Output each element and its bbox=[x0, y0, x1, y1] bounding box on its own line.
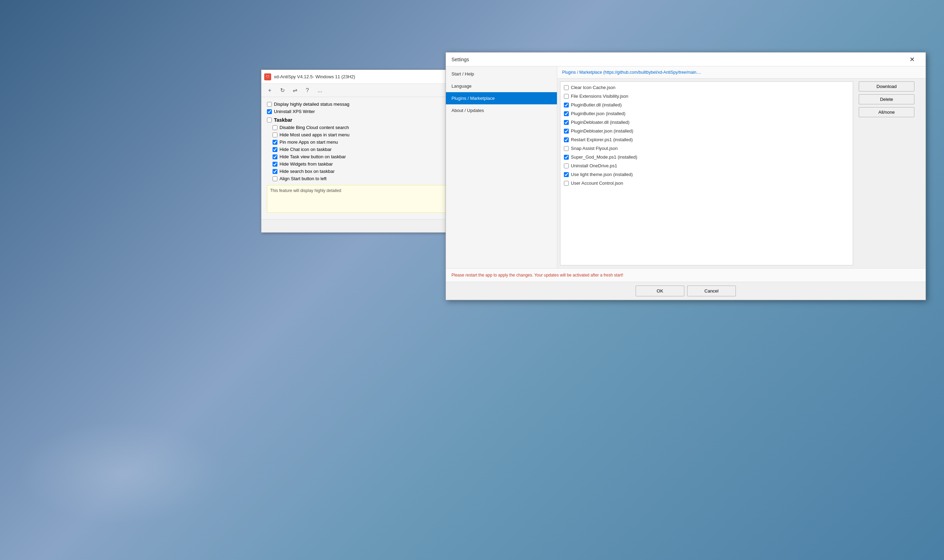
taskbar-section-label: Taskbar bbox=[274, 117, 292, 123]
plugin-checkbox-8[interactable] bbox=[564, 155, 569, 160]
plugin-item-5: PluginDebloater.json (installed) bbox=[560, 127, 853, 135]
footer-text: Please restart the app to apply the chan… bbox=[452, 273, 623, 278]
item-checkbox-4[interactable] bbox=[273, 132, 278, 137]
plugin-checkbox-9[interactable] bbox=[564, 163, 569, 168]
plugin-item-9: Uninstall OneDrive.ps1 bbox=[560, 162, 853, 170]
help-button[interactable]: ? bbox=[302, 86, 313, 95]
item-checkbox-10[interactable] bbox=[273, 176, 278, 181]
plugin-label-9: Uninstall OneDrive.ps1 bbox=[571, 163, 617, 168]
item-checkbox-0[interactable] bbox=[267, 102, 272, 107]
modal-title: Settings bbox=[452, 57, 904, 62]
item-checkbox-8[interactable] bbox=[273, 162, 278, 167]
plugin-label-5: PluginDebloater.json (installed) bbox=[571, 128, 633, 134]
modal-main: Plugins / Marketplace (https://github.co… bbox=[557, 66, 925, 268]
download-button[interactable]: Download bbox=[859, 82, 915, 91]
plugin-label-10: Use light theme.json (installed) bbox=[571, 172, 633, 177]
plugin-checkbox-10[interactable] bbox=[564, 172, 569, 177]
cancel-button[interactable]: Cancel bbox=[687, 286, 736, 296]
plugin-item-6: Restart Explorer.ps1 (installed) bbox=[560, 135, 853, 144]
plugin-item-8: Super_God_Mode.ps1 (installed) bbox=[560, 153, 853, 162]
item-checkbox-7[interactable] bbox=[273, 154, 278, 159]
item-label-0: Display highly detailed status messag bbox=[274, 102, 350, 107]
modal-titlebar: Settings ✕ bbox=[446, 52, 925, 66]
plugin-label-0: Clear Icon Cache.json bbox=[571, 85, 615, 90]
plugin-checkbox-4[interactable] bbox=[564, 120, 569, 125]
nav-item-plugins[interactable]: Plugins / Marketplace bbox=[446, 92, 557, 105]
plugin-label-3: PluginButler.json (installed) bbox=[571, 111, 626, 116]
item-label-5: Pin more Apps on start menu bbox=[279, 140, 338, 145]
plugin-checkbox-0[interactable] bbox=[564, 85, 569, 90]
item-label-4: Hide Most used apps in start menu bbox=[279, 132, 350, 137]
plugin-label-6: Restart Explorer.ps1 (installed) bbox=[571, 137, 633, 142]
plugins-list: Clear Icon Cache.json File Extensions Vi… bbox=[560, 82, 853, 265]
plugin-item-3: PluginButler.json (installed) bbox=[560, 109, 853, 118]
item-label-3: Disable Bing Cloud content search bbox=[279, 125, 349, 130]
item-label-1: Uninstall XPS Writer bbox=[274, 109, 315, 114]
item-label-7: Hide Task view button on taskbar bbox=[279, 154, 346, 159]
nav-label-plugins: Plugins / Marketplace bbox=[452, 95, 495, 101]
item-label-10: Align Start button to left bbox=[279, 176, 327, 181]
nav-label-start: Start / Help bbox=[452, 71, 474, 77]
nav-item-language[interactable]: Language bbox=[446, 80, 557, 92]
filter-button[interactable]: ⇌ bbox=[289, 86, 301, 95]
nav-item-about[interactable]: About / Updates bbox=[446, 105, 557, 117]
more-button[interactable]: ... bbox=[314, 86, 325, 95]
info-text: This feature will display highly detaile… bbox=[270, 188, 341, 193]
nav-label-about: About / Updates bbox=[452, 108, 484, 113]
nav-item-start[interactable]: Start / Help bbox=[446, 68, 557, 80]
nav-label-language: Language bbox=[452, 83, 472, 89]
plugin-checkbox-2[interactable] bbox=[564, 103, 569, 108]
add-button[interactable]: + bbox=[264, 86, 275, 95]
plugin-label-7: Snap Assist Flyout.json bbox=[571, 146, 617, 151]
plugin-label-4: PluginDebloater.dll (installed) bbox=[571, 120, 629, 125]
item-checkbox-6[interactable] bbox=[273, 147, 278, 152]
plugin-checkbox-1[interactable] bbox=[564, 94, 569, 99]
plugin-checkbox-11[interactable] bbox=[564, 181, 569, 186]
ok-button[interactable]: OK bbox=[636, 286, 684, 296]
plugin-label-11: User Account Control.json bbox=[571, 180, 623, 186]
plugin-item-0: Clear Icon Cache.json bbox=[560, 83, 853, 92]
delete-button[interactable]: Delete bbox=[859, 94, 915, 105]
plugin-checkbox-3[interactable] bbox=[564, 111, 569, 116]
plugin-checkbox-7[interactable] bbox=[564, 146, 569, 151]
plugin-actions: Download Delete All/none bbox=[856, 78, 925, 268]
plugin-label-1: File Extensions Visibility.json bbox=[571, 94, 628, 99]
item-checkbox-3[interactable] bbox=[273, 125, 278, 130]
item-label-6: Hide Chat icon on taskbar bbox=[279, 147, 332, 152]
modal-nav: Start / Help Language Plugins / Marketpl… bbox=[446, 66, 557, 268]
plugin-item-4: PluginDebloater.dll (installed) bbox=[560, 118, 853, 127]
plugin-item-1: File Extensions Visibility.json bbox=[560, 92, 853, 100]
plugin-item-2: PluginButler.dll (installed) bbox=[560, 100, 853, 109]
item-checkbox-1[interactable] bbox=[267, 109, 272, 114]
marketplace-content: Clear Icon Cache.json File Extensions Vi… bbox=[557, 78, 925, 268]
plugin-checkbox-5[interactable] bbox=[564, 129, 569, 134]
marketplace-url: Plugins / Marketplace (https://github.co… bbox=[557, 66, 925, 78]
plugin-label-8: Super_God_Mode.ps1 (installed) bbox=[571, 154, 637, 160]
app-icon: 🛡 bbox=[264, 73, 271, 80]
modal-bottom-buttons: OK Cancel bbox=[446, 282, 925, 300]
settings-modal: Settings ✕ Start / Help Language Plugins… bbox=[446, 52, 926, 300]
plugin-item-10: Use light theme.json (installed) bbox=[560, 170, 853, 179]
all-none-button[interactable]: All/none bbox=[859, 107, 915, 117]
item-label-8: Hide Widgets from taskbar bbox=[279, 162, 333, 167]
plugin-item-7: Snap Assist Flyout.json bbox=[560, 144, 853, 153]
plugin-checkbox-6[interactable] bbox=[564, 137, 569, 142]
plugin-label-2: PluginButler.dll (installed) bbox=[571, 102, 622, 108]
item-checkbox-9[interactable] bbox=[273, 169, 278, 174]
modal-footer: Please restart the app to apply the chan… bbox=[446, 268, 925, 282]
modal-close-button[interactable]: ✕ bbox=[904, 54, 920, 65]
modal-body: Start / Help Language Plugins / Marketpl… bbox=[446, 66, 925, 268]
taskbar-section-checkbox[interactable] bbox=[267, 118, 272, 122]
item-checkbox-5[interactable] bbox=[273, 140, 278, 145]
item-label-9: Hide search box on taskbar bbox=[279, 169, 335, 174]
refresh-button[interactable]: ↻ bbox=[277, 86, 288, 95]
plugin-item-11: User Account Control.json bbox=[560, 179, 853, 188]
